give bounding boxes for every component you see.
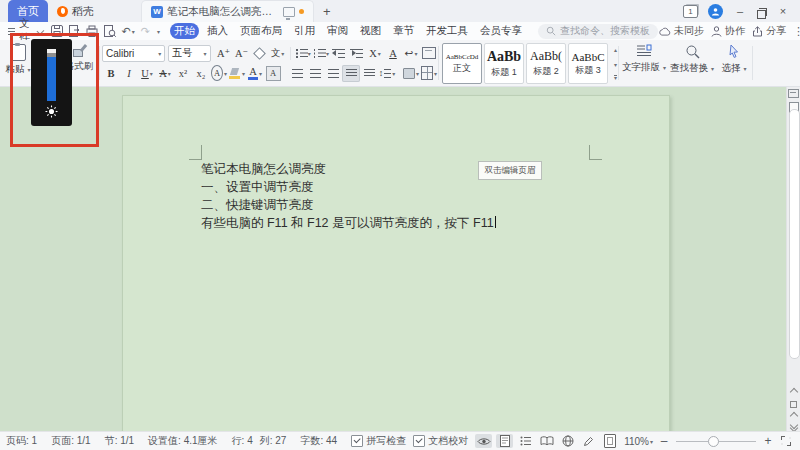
align-left-button[interactable]: [288, 65, 306, 82]
avatar[interactable]: [708, 4, 723, 19]
decrease-font-button[interactable]: A⁻: [233, 45, 251, 62]
window-count-badge[interactable]: 1: [683, 5, 698, 18]
scroll-up-icon[interactable]: [789, 388, 797, 396]
customize-quick-access-button[interactable]: ▾: [156, 28, 160, 35]
superscript-button[interactable]: x²: [174, 65, 192, 82]
outline-view-button[interactable]: [517, 434, 534, 448]
more-menu-button[interactable]: ⋮: [793, 25, 800, 38]
page-view-button[interactable]: [496, 434, 513, 448]
style-heading3[interactable]: AaBbC 标题 3: [568, 43, 608, 84]
underline-style-button[interactable]: A: [384, 45, 402, 62]
redo-button[interactable]: ↷: [141, 25, 150, 38]
ribbon-tab-section[interactable]: 章节: [389, 23, 418, 39]
gallery-scroll-down-button[interactable]: ▾: [614, 61, 617, 68]
ribbon-tab-references[interactable]: 引用: [290, 23, 319, 39]
shading-button[interactable]: ▾: [402, 65, 420, 82]
subscript-button[interactable]: x₂: [192, 65, 210, 82]
edit-header-hint-button[interactable]: 双击编辑页眉: [478, 161, 542, 180]
highlight-button[interactable]: ▾: [228, 65, 246, 82]
doc-line-1[interactable]: 笔记本电脑怎么调亮度: [201, 160, 496, 178]
ribbon-tab-review[interactable]: 审阅: [323, 23, 352, 39]
style-heading2[interactable]: AaBb( 标题 2: [526, 43, 566, 84]
bold-button[interactable]: B: [102, 65, 120, 82]
collaborate-button[interactable]: 协作: [711, 24, 745, 38]
document-text[interactable]: 笔记本电脑怎么调亮度 一、设置中调节亮度 二、快捷键调节亮度 有些电脑的 F11…: [201, 160, 496, 232]
increase-indent-button[interactable]: [348, 45, 366, 62]
previous-page-icon[interactable]: [791, 414, 797, 417]
font-color-button[interactable]: A▾: [246, 65, 264, 82]
read-mode-button[interactable]: [538, 434, 555, 448]
status-setting[interactable]: 设置值: 4.1厘米: [148, 434, 217, 448]
ribbon-tab-developer[interactable]: 开发工具: [422, 23, 472, 39]
line-spacing-button[interactable]: ↕▾: [378, 65, 396, 82]
close-button[interactable]: ×: [776, 0, 790, 22]
docer-tab[interactable]: 稻壳: [48, 0, 103, 22]
text-layout-button[interactable]: 文字排版▾: [622, 44, 666, 74]
ribbon-tab-view[interactable]: 视图: [356, 23, 385, 39]
borders-button[interactable]: ▾: [420, 65, 438, 82]
select-button[interactable]: 选择▾: [718, 44, 750, 75]
pinyin-guide-button[interactable]: 文▾: [269, 45, 287, 62]
align-center-button[interactable]: [306, 65, 324, 82]
status-page[interactable]: 页面: 1/1: [51, 434, 90, 448]
sync-status-button[interactable]: 未同步: [658, 24, 704, 38]
bullet-list-button[interactable]: ▾: [294, 45, 312, 62]
zoom-level-button[interactable]: 110% ▾: [624, 436, 653, 447]
gallery-scroll-up-button[interactable]: ▴: [614, 46, 617, 53]
document-page[interactable]: 笔记本电脑怎么调亮度 一、设置中调节亮度 二、快捷键调节亮度 有些电脑的 F11…: [122, 95, 670, 432]
command-search-box[interactable]: 查找命令、搜索模板: [538, 24, 658, 39]
vertical-scrollbar[interactable]: [786, 87, 800, 432]
status-page-number[interactable]: 页码: 1: [6, 434, 37, 448]
ribbon-tab-page-layout[interactable]: 页面布局: [236, 23, 286, 39]
zoom-slider[interactable]: [676, 441, 756, 442]
underline-button[interactable]: U▾: [138, 65, 156, 82]
undo-button[interactable]: ↶ ▾: [122, 25, 135, 38]
font-name-select[interactable]: Calibri ▾: [102, 45, 165, 62]
zoom-in-button[interactable]: +: [763, 434, 773, 448]
spellcheck-button[interactable]: 拼写检查: [351, 434, 406, 448]
clear-format-button[interactable]: [251, 45, 269, 62]
zoom-out-button[interactable]: –: [659, 434, 669, 448]
ruler-toggle-icon[interactable]: [788, 89, 799, 98]
paragraph-mark-button[interactable]: ↩▾: [402, 45, 420, 62]
doc-line-4[interactable]: 有些电脑的 F11 和 F12 是可以调节亮度的，按下 F11: [201, 214, 496, 232]
document-tab[interactable]: W 笔记本电脑怎么调亮度.docx: [141, 0, 314, 22]
fit-page-button[interactable]: [601, 434, 618, 448]
italic-button[interactable]: I: [120, 65, 138, 82]
character-scale-button[interactable]: X▾: [366, 45, 384, 62]
increase-font-button[interactable]: A⁺: [215, 45, 233, 62]
text-effects-button[interactable]: A▾: [210, 65, 228, 82]
doc-line-2[interactable]: 一、设置中调节亮度: [201, 178, 496, 196]
proofread-button[interactable]: 文档校对: [413, 434, 468, 448]
fullscreen-button[interactable]: [777, 434, 794, 448]
ribbon-tab-insert[interactable]: 插入: [203, 23, 232, 39]
print-preview-button[interactable]: [104, 25, 116, 37]
new-tab-button[interactable]: +: [314, 0, 340, 22]
char-shading-button[interactable]: A: [264, 65, 282, 82]
status-section[interactable]: 节: 1/1: [105, 434, 134, 448]
share-button[interactable]: 分享: [752, 24, 786, 38]
align-distribute-button[interactable]: [360, 65, 378, 82]
style-heading1[interactable]: AaBb 标题 1: [484, 43, 524, 84]
style-normal[interactable]: AaBbCcDd 正文: [442, 43, 482, 84]
align-justify-button[interactable]: [342, 65, 360, 82]
tab-frame-button[interactable]: [420, 45, 438, 62]
doc-line-3[interactable]: 二、快捷键调节亮度: [201, 196, 496, 214]
document-canvas[interactable]: 笔记本电脑怎么调亮度 一、设置中调节亮度 二、快捷键调节亮度 有些电脑的 F11…: [0, 87, 800, 432]
status-word-count[interactable]: 字数: 44: [300, 434, 337, 448]
monitor-icon[interactable]: [283, 7, 295, 17]
browse-object-icon[interactable]: [790, 401, 797, 408]
ribbon-tab-member[interactable]: 会员专享: [476, 23, 526, 39]
ink-annotate-button[interactable]: [580, 434, 597, 448]
scrollbar-thumb[interactable]: [789, 109, 800, 359]
next-page-icon[interactable]: [791, 423, 797, 429]
align-right-button[interactable]: [324, 65, 342, 82]
font-size-select[interactable]: 五号 ▾: [168, 45, 210, 62]
minimize-button[interactable]: –: [733, 0, 747, 22]
restore-button[interactable]: [757, 10, 766, 19]
zoom-slider-knob[interactable]: [708, 436, 719, 447]
web-view-button[interactable]: [559, 434, 576, 448]
strikethrough-button[interactable]: A▾: [156, 65, 174, 82]
decrease-indent-button[interactable]: [330, 45, 348, 62]
gallery-more-button[interactable]: ▾: [614, 75, 617, 81]
